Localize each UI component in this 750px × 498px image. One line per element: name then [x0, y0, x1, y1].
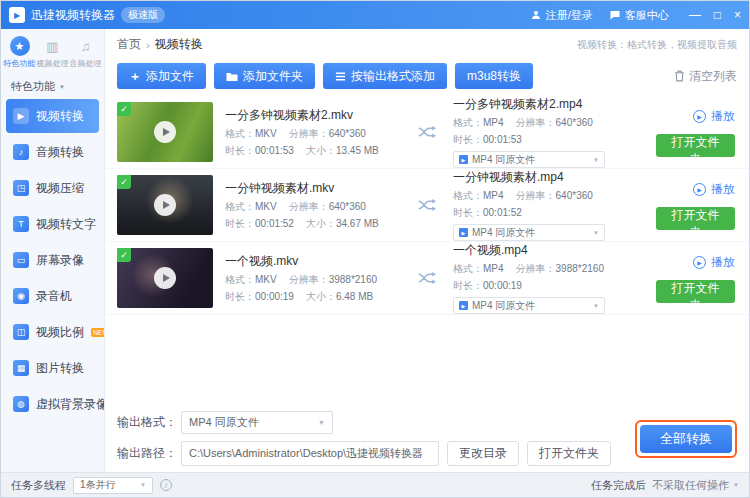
tab-audio-processing[interactable]: ♫ 音频处理	[70, 36, 102, 69]
output-preset-dropdown[interactable]: ▶ MP4 同原文件 ▼	[453, 151, 605, 168]
open-folder-button[interactable]: 打开文件夹	[656, 280, 735, 303]
login-label: 注册/登录	[546, 8, 593, 23]
play-circle-icon: ▶	[693, 110, 706, 123]
section-featured-header[interactable]: 特色功能 ▼	[1, 72, 104, 99]
format-value: MP4	[483, 117, 504, 128]
open-output-folder-button[interactable]: 打开文件夹	[527, 441, 611, 466]
toolbar: ＋ 添加文件 添加文件夹 按输出格式添加 m3u8转换 清空列表	[105, 56, 749, 96]
folder-icon	[226, 71, 238, 82]
after-task-value: 不采取任何操作	[652, 478, 729, 493]
duration-value: 00:00:19	[255, 291, 294, 302]
add-by-format-button[interactable]: 按输出格式添加	[323, 63, 447, 89]
add-file-button[interactable]: ＋ 添加文件	[117, 63, 206, 89]
film-icon: ▥	[43, 36, 63, 56]
sidebar-item-audio-convert[interactable]: ♪ 音频转换	[6, 135, 99, 169]
output-path-input[interactable]: C:\Users\Administrator\Desktop\迅捷视频转换器	[181, 441, 439, 466]
target-info: 一分钟视频素材.mp4 格式：MP4分辨率：640*360 时长：00:01:5…	[453, 169, 656, 241]
play-button[interactable]: ▶ 播放	[693, 254, 735, 271]
sidebar-item-label: 视频压缩	[36, 180, 84, 197]
login-button[interactable]: 注册/登录	[530, 8, 593, 23]
chevron-down-icon: ▼	[593, 157, 599, 163]
play-overlay-icon[interactable]	[154, 267, 176, 289]
play-button[interactable]: ▶ 播放	[693, 108, 735, 125]
sidebar-item-video-to-text[interactable]: T 视频转文字	[6, 207, 99, 241]
breadcrumb-separator-icon: ›	[146, 39, 150, 51]
source-info: 一分多钟视频素材2.mkv 格式：MKV分辨率：640*360 时长：00:01…	[225, 107, 413, 158]
video-thumbnail[interactable]: ✓	[117, 102, 213, 162]
duration-value: 00:00:19	[483, 280, 522, 291]
customer-service-button[interactable]: 客服中心	[609, 8, 669, 23]
play-overlay-icon[interactable]	[154, 194, 176, 216]
maximize-button[interactable]: □	[714, 8, 721, 22]
output-preset-dropdown[interactable]: ▶ MP4 同原文件 ▼	[453, 224, 605, 241]
source-filename: 一个视频.mkv	[225, 253, 413, 270]
format-value: MKV	[255, 201, 277, 212]
output-preset-dropdown[interactable]: ▶ MP4 同原文件 ▼	[453, 297, 605, 314]
play-label: 播放	[711, 108, 735, 125]
sidebar-item-label: 视频转文字	[36, 216, 96, 233]
source-info: 一个视频.mkv 格式：MKV分辨率：3988*2160 时长：00:00:19…	[225, 253, 413, 304]
app-window: ▶ 迅捷视频转换器 极速版 注册/登录 客服中心 — □ × ★	[0, 0, 750, 498]
sidebar-item-image-convert[interactable]: ▦ 图片转换	[6, 351, 99, 385]
info-icon[interactable]: i	[160, 479, 172, 491]
resolution-label: 分辨率：	[289, 128, 329, 139]
clear-list-button[interactable]: 清空列表	[674, 68, 737, 85]
size-value: 6.48 MB	[336, 291, 373, 302]
sidebar-item-virtual-background[interactable]: ◍ 虚拟背景录像	[6, 387, 99, 421]
format-value: MKV	[255, 274, 277, 285]
app-title: 迅捷视频转换器	[31, 7, 115, 24]
minimize-button[interactable]: —	[689, 8, 701, 22]
convert-all-button[interactable]: 全部转换	[640, 425, 732, 453]
play-label: 播放	[711, 181, 735, 198]
format-label: 格式：	[453, 190, 483, 201]
sidebar-item-video-compress[interactable]: ◳ 视频压缩	[6, 171, 99, 205]
sidebar-item-voice-recorder[interactable]: ◉ 录音机	[6, 279, 99, 313]
play-overlay-icon[interactable]	[154, 121, 176, 143]
music-icon: ♫	[76, 36, 96, 56]
after-task-select[interactable]: 不采取任何操作 ▼	[652, 478, 739, 493]
sidebar-item-label: 屏幕录像	[36, 252, 84, 269]
duration-label: 时长：	[225, 218, 255, 229]
change-directory-button[interactable]: 更改目录	[447, 441, 519, 466]
open-folder-button[interactable]: 打开文件夹	[656, 134, 735, 157]
video-thumbnail[interactable]: ✓	[117, 248, 213, 308]
m3u8-convert-button[interactable]: m3u8转换	[455, 63, 533, 89]
video-thumbnail[interactable]: ✓	[117, 175, 213, 235]
output-format-select[interactable]: MP4 同原文件 ▼	[181, 411, 333, 434]
format-label: 格式：	[225, 274, 255, 285]
shuffle-icon	[418, 198, 436, 212]
close-button[interactable]: ×	[734, 8, 741, 22]
new-badge: NEW	[91, 328, 104, 337]
clear-list-label: 清空列表	[689, 68, 737, 85]
multithread-select[interactable]: 1条并行 ▼	[73, 477, 153, 494]
open-folder-button[interactable]: 打开文件夹	[656, 207, 735, 230]
resolution-label: 分辨率：	[289, 274, 329, 285]
duration-label: 时长：	[453, 280, 483, 291]
output-path-label: 输出路径：	[117, 445, 177, 462]
tab-featured[interactable]: ★ 特色功能	[4, 36, 36, 69]
sidebar-item-label: 虚拟背景录像	[36, 396, 104, 413]
check-icon: ✓	[117, 248, 131, 262]
app-logo-icon: ▶	[9, 7, 25, 23]
tab-video-processing[interactable]: ▥ 视频处理	[37, 36, 69, 69]
source-info: 一分钟视频素材.mkv 格式：MKV分辨率：640*360 时长：00:01:5…	[225, 180, 413, 231]
audio-convert-icon: ♪	[13, 144, 29, 160]
file-list: ✓ 一分多钟视频素材2.mkv 格式：MKV分辨率：640*360 时长：00:…	[105, 96, 749, 407]
sidebar-item-screen-record[interactable]: ▭ 屏幕录像	[6, 243, 99, 277]
chevron-down-icon: ▼	[59, 84, 65, 90]
sidebar-item-video-convert[interactable]: ▶ 视频转换	[6, 99, 99, 133]
play-button[interactable]: ▶ 播放	[693, 181, 735, 198]
output-path-value: C:\Users\Administrator\Desktop\迅捷视频转换器	[189, 446, 423, 461]
breadcrumb-home[interactable]: 首页	[117, 36, 141, 53]
list-icon	[335, 71, 346, 82]
breadcrumb-current: 视频转换	[155, 36, 203, 53]
target-info: 一分多钟视频素材2.mp4 格式：MP4分辨率：640*360 时长：00:01…	[453, 96, 656, 168]
resolution-value: 640*360	[556, 117, 593, 128]
microphone-icon: ◉	[13, 288, 29, 304]
add-folder-label: 添加文件夹	[243, 68, 303, 85]
tab-label: 音频处理	[70, 58, 102, 69]
sidebar-item-video-ratio[interactable]: ◫ 视频比例 NEW	[6, 315, 99, 349]
add-folder-button[interactable]: 添加文件夹	[214, 63, 315, 89]
tab-label: 视频处理	[37, 58, 69, 69]
chat-icon	[609, 9, 621, 21]
